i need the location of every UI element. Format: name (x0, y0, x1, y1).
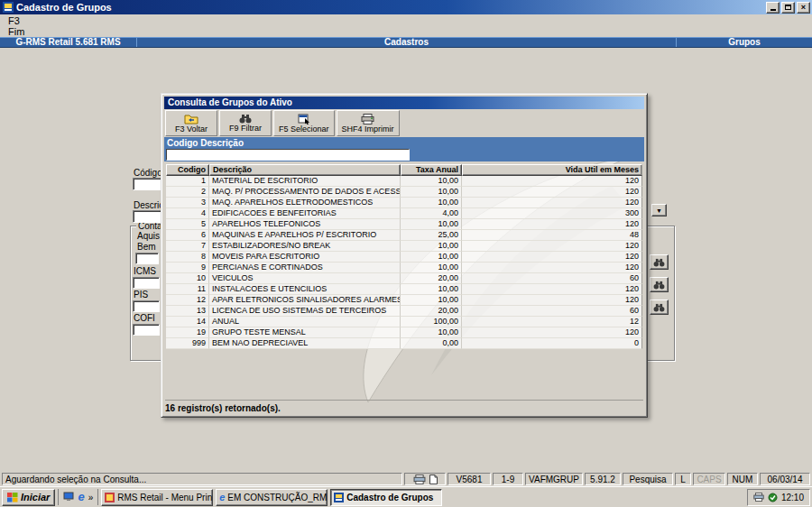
taskbar: Iniciar e » RMS Retail - Menu Princi... … (0, 486, 812, 507)
bem-field[interactable] (135, 253, 159, 264)
consulta-dialog: Consulta de Grupos do Ativo F3 Voltar F9… (161, 93, 648, 418)
table-row[interactable]: 3 MAQ. APARELHOS ELETRODOMESTICOS 10,00 … (166, 198, 642, 208)
tray-status-icon[interactable] (768, 493, 778, 502)
table-body: 1 MATERIAL DE ESCRITORIO 10,00 120 2 MAQ… (166, 176, 642, 349)
table-row[interactable]: 4 EDIFICACOES E BENFEITORIAS 4,00 300 (166, 208, 642, 219)
cell-codigo: 10 (166, 273, 209, 284)
document-icon (429, 475, 438, 484)
table-row[interactable]: 12 APAR ELETRONICOS SINALISADORES ALARME… (166, 295, 642, 306)
taskbar-item-label: Cadastro de Grupos (346, 493, 433, 502)
imprimir-label: SHF4 Imprimir (342, 124, 394, 134)
table-row[interactable]: 999 BEM NAO DEPRECIAVEL 0,00 0 (166, 338, 642, 349)
combo-dropdown-button[interactable]: ▼ (651, 204, 667, 217)
table-row[interactable]: 14 ANUAL 100,00 12 (166, 317, 642, 327)
table-row[interactable]: 8 MOVEIS PARA ESCRITORIO 10,00 120 (166, 252, 642, 263)
menu-item-fim[interactable]: Fim (8, 26, 24, 37)
start-windows-icon (7, 493, 18, 502)
minimize-button[interactable] (766, 2, 780, 14)
cell-vida-util: 120 (462, 176, 642, 187)
close-button[interactable]: × (797, 2, 810, 14)
minimize-icon (770, 9, 776, 11)
descricao-field[interactable] (133, 210, 163, 223)
cell-vida-util: 60 (462, 306, 642, 317)
selecionar-button[interactable]: F5 Selecionar (273, 110, 335, 136)
table-row[interactable]: 9 PERCIANAS E CORTINADOS 10,00 120 (166, 263, 642, 273)
taskbar-item-em-construcao[interactable]: e EM CONSTRUÇÃO_RMS ... (216, 489, 328, 506)
cell-taxa-anual: 10,00 (401, 263, 462, 273)
cell-taxa-anual: 10,00 (401, 198, 462, 208)
cell-taxa-anual: 100,00 (401, 317, 462, 327)
filter-label: Codigo Descrição (167, 138, 244, 148)
pis-field[interactable] (133, 300, 160, 312)
cell-codigo: 5 (166, 219, 209, 230)
lookup-button-bem[interactable] (650, 254, 669, 270)
system-tray: 12:10 (747, 489, 810, 506)
chevron-down-icon: ▼ (656, 207, 662, 214)
bem-label: Bem (137, 242, 156, 252)
column-header-vida[interactable]: Vida Util em Meses (462, 164, 642, 176)
lookup-button-pis[interactable] (650, 300, 669, 315)
window-titlebar[interactable]: Cadastro de Grupos × (0, 0, 812, 14)
header-bar: G-RMS Retail 5.681 RMS Cadastros Grupos (0, 37, 812, 48)
table-row[interactable]: 11 INSTALACOES E UTENCILIOS 10,00 120 (166, 284, 642, 295)
cell-descricao: APARELHOS TELEFONICOS (209, 219, 401, 230)
status-icons-panel (404, 473, 446, 485)
desktop-icon[interactable] (63, 492, 74, 503)
overflow-chevron-icon[interactable]: » (88, 493, 94, 502)
binoculars-icon (653, 258, 665, 267)
table-row[interactable]: 6 MAQUINAS E APARELHOS P/ ESCRITORIO 25,… (166, 230, 642, 241)
cofins-label: COFI (134, 313, 155, 323)
table-row[interactable]: 5 APARELHOS TELEFONICOS 10,00 120 (166, 219, 642, 230)
cofins-field[interactable] (133, 324, 160, 336)
column-header-taxa[interactable]: Taxa Anual (401, 164, 462, 176)
table-row[interactable]: 13 LICENCA DE USO SISTEMAS DE TERCEIROS … (166, 306, 642, 317)
cell-vida-util: 120 (462, 263, 642, 273)
icms-field[interactable] (133, 277, 160, 289)
cell-vida-util: 120 (462, 187, 642, 198)
taskbar-item-label: EM CONSTRUÇÃO_RMS ... (227, 493, 328, 502)
menu-item-f3[interactable]: F3 (8, 15, 20, 26)
status-caps: CAPS (693, 473, 725, 485)
start-label: Iniciar (21, 492, 50, 502)
start-button[interactable]: Iniciar (2, 489, 55, 506)
cell-taxa-anual: 10,00 (401, 241, 462, 252)
dialog-titlebar[interactable]: Consulta de Grupos do Ativo (164, 97, 644, 109)
voltar-button[interactable]: F3 Voltar (165, 110, 217, 136)
cell-vida-util: 120 (462, 252, 642, 263)
cell-codigo: 999 (166, 338, 209, 349)
header-module: Cadastros (137, 38, 677, 47)
cell-taxa-anual: 10,00 (401, 327, 462, 338)
maximize-icon (785, 5, 791, 10)
table-row[interactable]: 2 MAQ. P/ PROCESSAMENTO DE DADOS E ACESS… (166, 187, 642, 198)
filtrar-button[interactable]: F9 Filtrar (219, 110, 272, 136)
filter-input[interactable] (166, 149, 410, 161)
status-date: 06/03/14 (760, 473, 810, 485)
header-app-name: G-RMS Retail 5.681 RMS (0, 38, 137, 47)
folder-back-icon (184, 113, 198, 124)
table-row[interactable]: 1 MATERIAL DE ESCRITORIO 10,00 120 (166, 176, 642, 187)
codigo-field[interactable] (133, 178, 163, 190)
cell-descricao: MAQ. APARELHOS ELETRODOMESTICOS (209, 198, 401, 208)
selecionar-label: F5 Selecionar (279, 124, 329, 134)
cell-codigo: 8 (166, 252, 209, 263)
lookup-button-icms[interactable] (650, 277, 669, 292)
cell-taxa-anual: 20,00 (401, 273, 462, 284)
cell-vida-util: 120 (462, 198, 642, 208)
dialog-toolbar: F3 Voltar F9 Filtrar F5 Selecionar SHF4 … (164, 109, 644, 137)
status-flag: L (675, 473, 691, 485)
imprimir-button[interactable]: SHF4 Imprimir (337, 110, 400, 136)
column-header-codigo[interactable]: Codigo (166, 164, 209, 176)
column-header-descricao[interactable]: Descrição (209, 164, 401, 176)
icms-label: ICMS (134, 266, 156, 276)
table-row[interactable]: 7 ESTABILIZADORES/NO BREAK 10,00 120 (166, 241, 642, 252)
table-row[interactable]: 19 GRUPO TESTE MENSAL 10,00 120 (166, 327, 642, 338)
maximize-button[interactable] (781, 2, 795, 14)
ie-icon[interactable]: e (78, 492, 84, 502)
cell-vida-util: 300 (462, 208, 642, 219)
filtrar-label: F9 Filtrar (229, 124, 262, 133)
tray-print-icon[interactable] (753, 493, 764, 502)
table-row[interactable]: 10 VEICULOS 20,00 60 (166, 273, 642, 284)
taskbar-item-rms-menu[interactable]: RMS Retail - Menu Princi... (101, 489, 213, 506)
taskbar-item-cadastro-grupos[interactable]: Cadastro de Grupos (330, 489, 442, 506)
status-message: Aguardando seleção na Consulta... (2, 473, 402, 485)
